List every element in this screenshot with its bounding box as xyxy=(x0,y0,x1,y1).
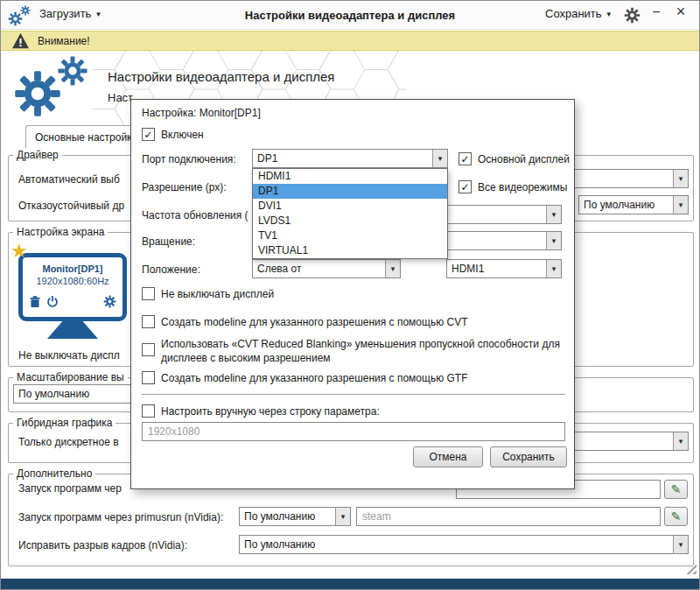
power-icon[interactable] xyxy=(46,296,59,308)
monitor-settings-dialog: Настройка: Monitor[DP1] ✓ Включен Порт п… xyxy=(130,99,575,489)
failsafe-driver-label: Отказоустойчивый др xyxy=(18,200,124,212)
warning-text: Внимание! xyxy=(38,35,90,47)
port-option[interactable]: HDMI1 xyxy=(253,169,447,184)
pencil-icon: ✎ xyxy=(671,509,682,523)
gear-icon xyxy=(13,69,62,118)
port-label: Порт подключения: xyxy=(142,153,236,165)
screen-noblank-label: Не выключать диспл xyxy=(18,349,120,362)
star-icon: ★ xyxy=(10,240,28,263)
monitor-widget[interactable]: ★ Monitor[DP1] 1920x1080:60Hz xyxy=(18,249,127,341)
dropdown-arrow-icon: ▾ xyxy=(341,512,346,521)
dropdown-arrow-icon: ▾ xyxy=(679,200,683,209)
gtf-checkbox[interactable] xyxy=(142,371,155,384)
dropdown-arrow-icon: ▾ xyxy=(552,236,556,245)
dropdown-arrow-icon: ▾ xyxy=(679,540,683,549)
tab-main-settings[interactable]: Основные настройки xyxy=(25,125,143,148)
run-edit-button[interactable]: ✎ xyxy=(664,480,688,499)
dropdown-arrow-icon: ▾ xyxy=(438,154,443,163)
trash-icon[interactable] xyxy=(29,296,41,308)
dropdown-arrow-icon: ▾ xyxy=(552,210,556,219)
port-select[interactable]: DP1 ▾ xyxy=(252,149,448,168)
primus-label: Запуск программ через primusrun (nVidia)… xyxy=(18,511,223,523)
save-button[interactable]: Сохранить xyxy=(490,446,567,467)
dropdown-arrow-icon: ▾ xyxy=(552,264,556,273)
titlebar: Загрузить ▾ Настройки видеоадаптера и ди… xyxy=(1,1,699,30)
check-icon: ✓ xyxy=(144,130,152,140)
save-menu-button[interactable]: Сохранить ▾ xyxy=(545,7,611,20)
primus-command-input[interactable] xyxy=(356,507,661,526)
close-button[interactable]: × xyxy=(671,3,690,21)
discrete-label: Только дискретное в xyxy=(18,436,119,448)
allmodes-checkbox[interactable]: ✓ xyxy=(458,180,472,193)
port-option[interactable]: VIRTUAL1 xyxy=(253,243,447,258)
enabled-label: Включен xyxy=(161,129,204,141)
page-subtitle: Наст xyxy=(108,91,133,104)
check-icon: ✓ xyxy=(460,182,469,193)
rotation-label: Вращение: xyxy=(142,235,195,248)
position-label: Положение: xyxy=(142,263,200,276)
primus-edit-button[interactable]: ✎ xyxy=(664,507,688,526)
primus-select[interactable]: По умолчанию ▾ xyxy=(239,507,351,526)
primary-display-checkbox[interactable]: ✓ xyxy=(458,152,472,165)
manual-label: Настроить вручную через строку параметра… xyxy=(161,405,380,418)
port-option[interactable]: LVDS1 xyxy=(253,214,447,228)
run-programs-label: Запуск программ чер xyxy=(18,482,122,495)
group-scaling-legend: Масштабирование вы xyxy=(13,371,128,383)
dropdown-arrow-icon: ▾ xyxy=(391,264,396,273)
resolution-label: Разрешение (px): xyxy=(142,181,227,193)
monitor-mode: 1920x1080:60Hz xyxy=(23,276,122,286)
port-option-selected[interactable]: DP1 xyxy=(253,184,447,199)
auto-driver-label: Автоматический выб xyxy=(18,173,120,186)
gear-icon xyxy=(57,55,88,87)
group-hybrid-legend: Гибридная графика xyxy=(13,417,116,429)
port-option[interactable]: DVI1 xyxy=(253,199,447,214)
dialog-title: Настройка: Monitor[DP1] xyxy=(142,107,261,119)
pencil-icon: ✎ xyxy=(671,482,682,496)
port-dropdown-list: HDMI1 DP1 DVI1 LVDS1 TV1 VIRTUAL1 xyxy=(252,168,448,259)
app-logo-icon xyxy=(8,4,38,27)
allmodes-label: Все видеорежимы xyxy=(478,181,567,193)
dropdown-arrow-icon: ▾ xyxy=(679,437,683,446)
gear-icon xyxy=(624,7,640,24)
check-icon: ✓ xyxy=(460,154,469,165)
warning-icon xyxy=(11,32,30,49)
monitor-screen: Monitor[DP1] 1920x1080:60Hz xyxy=(18,253,127,321)
dropdown-arrow-icon: ▾ xyxy=(679,174,683,183)
page-title: Настройки видеоадаптера и дисплея xyxy=(108,69,334,84)
port-option[interactable]: TV1 xyxy=(253,228,447,243)
minimize-button[interactable]: − xyxy=(647,4,666,20)
cancel-button[interactable]: Отмена xyxy=(413,446,483,467)
monitor-stand xyxy=(47,321,98,339)
cvt-label: Создать modeline для указанного разрешен… xyxy=(161,316,468,328)
primary-display-label: Основной дисплей xyxy=(478,153,570,165)
warning-bar: Внимание! xyxy=(1,31,699,51)
header-logo xyxy=(13,55,101,130)
chevron-down-icon: ▾ xyxy=(607,10,612,18)
tab-label: Основные настройки xyxy=(35,131,137,144)
monitor-name: Monitor[DP1] xyxy=(23,263,122,274)
tearing-label: Исправить разрыв кадров (nVidia): xyxy=(18,539,187,551)
refresh-label: Частота обновления ( xyxy=(142,209,248,221)
monitor-gear-icon[interactable] xyxy=(103,295,116,308)
status-bar xyxy=(1,579,699,590)
load-menu-button[interactable]: Загрузить ▾ xyxy=(39,7,101,20)
cvt-checkbox[interactable] xyxy=(142,315,155,328)
save-menu-label: Сохранить xyxy=(545,7,602,20)
manual-checkbox[interactable] xyxy=(142,404,155,418)
group-extra-legend: Дополнительно xyxy=(13,467,95,480)
reduced-blanking-checkbox[interactable] xyxy=(142,343,155,356)
manual-input[interactable] xyxy=(142,422,565,441)
position-select[interactable]: Слева от ▾ xyxy=(252,259,401,278)
noblank-checkbox[interactable] xyxy=(142,287,155,300)
tearing-select[interactable]: По умолчанию ▾ xyxy=(239,535,689,554)
failsafe-driver-select[interactable]: По умолчанию ▾ xyxy=(578,195,689,214)
load-menu-label: Загрузить xyxy=(39,7,91,20)
dialog-separator xyxy=(142,394,565,395)
position-target-select[interactable]: HDMI1 ▾ xyxy=(446,259,562,278)
noblank-label: Не выключать дисплей xyxy=(161,288,274,300)
enabled-checkbox[interactable]: ✓ xyxy=(142,128,155,141)
settings-gear-button[interactable] xyxy=(624,7,640,24)
gtf-label: Создать modeline для указанного разрешен… xyxy=(161,372,468,384)
chevron-down-icon: ▾ xyxy=(96,10,101,18)
group-screen-legend: Настройка экрана xyxy=(13,226,108,238)
